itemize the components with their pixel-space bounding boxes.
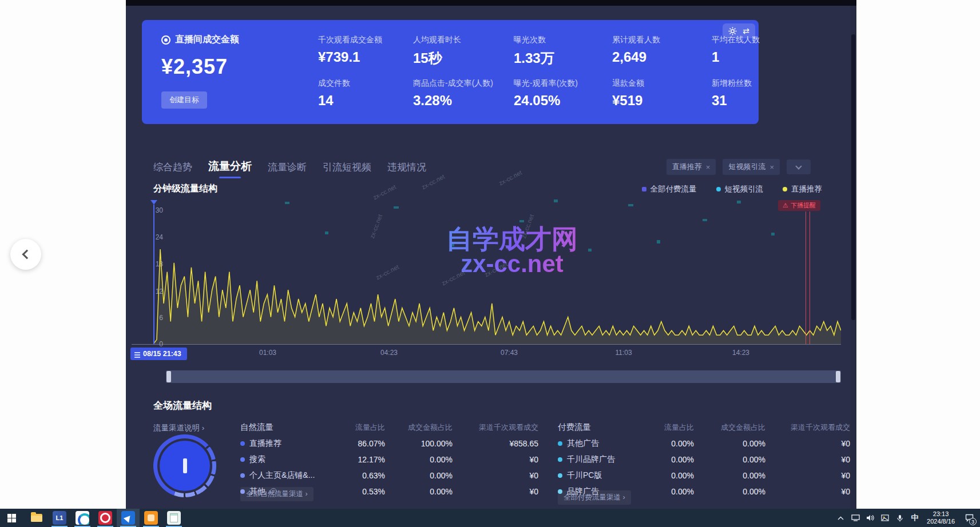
- scrollbar-thumb[interactable]: [851, 34, 855, 320]
- taskbar-app-browser[interactable]: [94, 509, 117, 527]
- col-name: 自然流量: [240, 422, 342, 433]
- taskbar-app-live-tool[interactable]: [71, 509, 94, 527]
- kpi-label: 退款金额: [612, 78, 709, 89]
- ime-indicator[interactable]: 中: [908, 509, 921, 527]
- kpi-cell: 千次观看成交金额 ¥739.1: [318, 35, 415, 65]
- time-range-scrubber[interactable]: [166, 370, 841, 383]
- alert-badge[interactable]: ⚠ 下播提醒: [778, 200, 820, 211]
- orange-app-icon: [144, 511, 158, 525]
- taskbar-app-orange[interactable]: [140, 509, 162, 527]
- x-tick: 14:23: [732, 349, 749, 357]
- filter-tag-short-video[interactable]: 短视频引流 ×: [723, 159, 780, 175]
- kpi-cell: 平均在线人数 1: [712, 35, 809, 65]
- warning-icon: ⚠: [783, 202, 788, 209]
- filter-dropdown[interactable]: [787, 159, 811, 174]
- scrubber-handle-left[interactable]: [166, 371, 171, 382]
- action-center-button[interactable]: 3: [961, 509, 978, 527]
- l1-app-icon: L1: [53, 511, 66, 525]
- col-header: 流量占比: [342, 422, 385, 433]
- kpi-cell: 累计观看人数 2,649: [612, 35, 709, 65]
- start-button[interactable]: [0, 509, 23, 527]
- file-explorer-button[interactable]: [25, 509, 48, 527]
- col-header: 流量占比: [644, 422, 694, 433]
- scrubber-range[interactable]: [170, 370, 836, 383]
- table-row[interactable]: 搜索 12.17% 0.00% ¥0: [240, 454, 538, 465]
- all-paid-channels-link[interactable]: 全部付费流量渠道 ›: [558, 490, 631, 505]
- kpi-value: ¥519: [612, 93, 709, 109]
- kpi-label: 商品点击-成交率(人数): [413, 78, 510, 89]
- artifact: [628, 204, 633, 206]
- network-icon[interactable]: [849, 509, 862, 527]
- table-row[interactable]: 直播推荐 86.07% 100.00% ¥858.65: [240, 438, 538, 449]
- scrubber-handle-right[interactable]: [836, 371, 840, 382]
- col-name: 付费流量: [558, 422, 644, 433]
- system-tray: 中 23:13 2024/8/16 3: [834, 509, 980, 527]
- traffic-donut-chart[interactable]: [153, 434, 216, 497]
- close-icon[interactable]: ×: [769, 163, 774, 171]
- watermark-tile: zx-cc.net: [498, 169, 523, 186]
- col-header: 渠道千次观看成交: [453, 422, 538, 433]
- chart-title: 分钟级流量结构: [153, 183, 217, 195]
- paid-traffic-table: 付费流量 流量占比 成交金额占比 渠道千次观看成交 其他广告 0.00% 0.0…: [558, 422, 850, 497]
- channel-explain-link[interactable]: 流量渠道说明 ›: [153, 423, 204, 433]
- kpi-value: 31: [712, 93, 809, 109]
- legend-item-live-recommend[interactable]: 直播推荐: [783, 184, 822, 194]
- tag-label: 直播推荐: [672, 162, 702, 172]
- x-start-text: 08/15 21:43: [143, 350, 181, 358]
- kpi-cell: 曝光次数 1.33万: [514, 35, 611, 67]
- kpi-cell: 新增粉丝数 31: [712, 78, 809, 109]
- kpi-label: 新增粉丝数: [712, 78, 809, 89]
- filter-tag-live-recommend[interactable]: 直播推荐 ×: [666, 159, 716, 175]
- artifact: [554, 199, 558, 202]
- tab-traffic-analysis[interactable]: 流量分析: [208, 159, 252, 178]
- snipping-tool-icon[interactable]: [879, 509, 891, 527]
- tab-overall-trend[interactable]: 综合趋势: [153, 161, 192, 178]
- kpi-banner: 直播间成交金额 ¥2,357 创建目标 千次观看成交金额 ¥739.1 人均观看…: [142, 20, 759, 124]
- artifact: [394, 206, 399, 209]
- clock-time: 23:13: [933, 510, 949, 517]
- kpi-label: 成交件数: [318, 78, 415, 89]
- taskbar-app-l1[interactable]: L1: [48, 509, 71, 527]
- all-natural-channels-link[interactable]: 全部自然流量渠道 ›: [240, 487, 314, 501]
- table-row[interactable]: 千川品牌广告 0.00% 0.00% ¥0: [558, 454, 850, 465]
- chevron-down-icon: [795, 163, 802, 169]
- gear-icon[interactable]: [728, 27, 737, 35]
- microphone-icon[interactable]: [894, 509, 906, 527]
- legend-item-paid[interactable]: 全部付费流量: [642, 184, 697, 194]
- windows-logo-icon: [7, 514, 16, 522]
- col-header: 渠道千次观看成交: [765, 422, 850, 433]
- window-scrollbar[interactable]: [850, 6, 856, 509]
- clock[interactable]: 23:13 2024/8/16: [923, 510, 958, 525]
- artifact: [657, 240, 660, 243]
- table-row[interactable]: 个人主页&店铺&... 0.63% 0.00% ¥0: [240, 470, 538, 481]
- primary-metric-value: ¥2,357: [161, 55, 239, 79]
- red-ring-icon: [98, 511, 112, 525]
- kpi-label: 曝光次数: [514, 35, 611, 45]
- taskbar-app-dashboard[interactable]: [117, 509, 140, 527]
- alert-line: [806, 211, 806, 344]
- swap-icon[interactable]: ⇄: [743, 26, 749, 35]
- table-row[interactable]: 千川PC版 0.00% 0.00% ¥0: [558, 470, 850, 481]
- legend-item-short-video[interactable]: 短视频引流: [716, 184, 764, 194]
- alert-label: 下播提醒: [791, 201, 816, 210]
- folder-icon: [31, 514, 42, 522]
- back-button[interactable]: [10, 239, 41, 270]
- tab-violations[interactable]: 违规情况: [387, 161, 426, 178]
- kpi-cell: 人均观看时长 15秒: [413, 35, 510, 67]
- table-row[interactable]: 其他广告 0.00% 0.00% ¥0: [558, 438, 850, 449]
- clock-date: 2024/8/16: [927, 518, 955, 525]
- notepad-icon: [167, 511, 181, 525]
- x-start-label[interactable]: 08/15 21:43: [130, 348, 187, 360]
- kpi-cell: 曝光-观看率(次数) 24.05%: [514, 78, 611, 109]
- tray-expand-button[interactable]: [834, 509, 847, 527]
- volume-icon[interactable]: [864, 509, 876, 527]
- artifact: [771, 233, 775, 235]
- kpi-value: 1.33万: [514, 49, 611, 67]
- tab-short-video[interactable]: 引流短视频: [323, 161, 371, 178]
- create-goal-button[interactable]: 创建目标: [161, 91, 207, 109]
- close-icon[interactable]: ×: [706, 163, 711, 171]
- table-header: 付费流量 流量占比 成交金额占比 渠道千次观看成交: [558, 422, 850, 433]
- taskbar-app-notepad[interactable]: [162, 509, 185, 527]
- tab-traffic-diagnosis[interactable]: 流量诊断: [268, 161, 307, 178]
- artifact: [325, 231, 328, 234]
